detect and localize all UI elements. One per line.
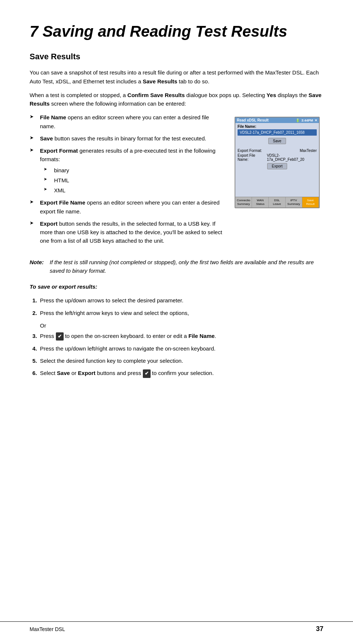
numbered-list-continued: 3. Press ✔ to open the on-screen keyboar…	[30, 332, 323, 378]
intro-para-2: When a test is completed or stopped, a C…	[30, 91, 323, 108]
sub-list-item: binary	[44, 166, 223, 175]
chapter-title: 7 Saving and Reading Test Results	[30, 22, 323, 41]
export-file-label: Export File Name:	[238, 153, 267, 162]
tab-wan-status[interactable]: WAN Status	[252, 197, 269, 207]
tab-iptv-summary[interactable]: IPTVSummary	[286, 197, 302, 207]
step-text: Press the up/down arrows to select the d…	[40, 296, 323, 305]
export-format-label: Export Format:	[238, 149, 262, 153]
device-title: Read xDSL Result	[237, 118, 269, 122]
checkmark-icon: ✔	[56, 332, 64, 341]
export-button[interactable]: Export	[267, 163, 288, 169]
footer-page-number: 37	[316, 625, 323, 633]
footer-line	[0, 621, 353, 622]
file-name-label: File Name:	[238, 125, 317, 129]
device-time: 3:44PM	[301, 119, 313, 122]
section-title: Save Results	[30, 52, 323, 62]
step-text: Select the desired function key to compl…	[40, 356, 323, 365]
sub-list-item: HTML	[44, 176, 223, 185]
list-item: File Name opens an editor screen where y…	[30, 113, 223, 130]
tab-connection-summary[interactable]: ConnectioSummary	[235, 197, 252, 207]
footer-product-name: MaxTester DSL	[30, 626, 65, 632]
list-item: Export File Name opens an editor screen …	[30, 198, 223, 216]
export-file-row: Export File Name: VDSL2-17a_DHCP_Feb07_2…	[238, 153, 317, 162]
step-text: Press the left/right arrow keys to view …	[40, 309, 323, 317]
step-5: 5. Select the desired function key to co…	[30, 356, 323, 365]
procedure-title: To save or export results:	[30, 282, 323, 291]
device-titlebar: Read xDSL Result 🔋 3:44PM ✕	[235, 117, 319, 123]
step-4: 4. Press the up/down left/right arrows t…	[30, 344, 323, 353]
export-file-value: VDSL2-17a_DHCP_Feb07_20	[267, 153, 317, 162]
sub-list: binary HTML XML	[44, 166, 223, 195]
tab-save-result[interactable]: Save Result	[302, 197, 319, 207]
page: 7 Saving and Reading Test Results Save R…	[0, 0, 353, 644]
export-format-value: MaxTester	[300, 149, 317, 153]
step-num: 2.	[30, 309, 37, 317]
device-body: File Name: VDSL2-17a_DHCP_Feb07_2011_165…	[235, 123, 319, 197]
numbered-list: 1. Press the up/down arrows to select th…	[30, 296, 323, 317]
list-item: Export button sends the results, in the …	[30, 219, 223, 245]
content-area: File Name opens an editor screen where y…	[30, 113, 323, 250]
screenshot-column: Read xDSL Result 🔋 3:44PM ✕ File Name: V…	[235, 113, 323, 250]
intro-para-1: You can save a snapshot of test results …	[30, 68, 323, 86]
page-footer: MaxTester DSL 37	[30, 625, 323, 633]
step-1: 1. Press the up/down arrows to select th…	[30, 296, 323, 305]
step-text: Press ✔ to open the on-screen keyboard. …	[40, 332, 323, 341]
save-button[interactable]: Save	[268, 138, 286, 144]
bullet-list: File Name opens an editor screen where y…	[30, 113, 223, 245]
step-2: 2. Press the left/right arrow keys to vi…	[30, 309, 323, 317]
step-num: 3.	[30, 332, 37, 341]
sub-list-item: XML	[44, 186, 223, 195]
text-column: File Name opens an editor screen where y…	[30, 113, 223, 250]
device-screenshot: Read xDSL Result 🔋 3:44PM ✕ File Name: V…	[235, 117, 320, 208]
list-item: Export Format generates results of a pre…	[30, 146, 223, 195]
file-name-value: VDSL2-17a_DHCP_Feb07_2011_1658	[238, 129, 317, 136]
note-block: Note: If the test is still running (not …	[30, 258, 323, 275]
step-text: Press the up/down left/right arrows to n…	[40, 344, 323, 353]
note-text: If the test is still running (not comple…	[50, 258, 323, 275]
device-battery-icon: 🔋	[296, 119, 300, 122]
export-format-row: Export Format: MaxTester	[238, 149, 317, 153]
note-label: Note:	[30, 258, 44, 275]
step-6: 6. Select Save or Export buttons and pre…	[30, 369, 323, 378]
device-titlebar-right: 🔋 3:44PM ✕	[296, 119, 317, 122]
device-spacer	[238, 173, 317, 195]
step-num: 4.	[30, 344, 37, 353]
or-line: Or	[40, 322, 323, 329]
step-3: 3. Press ✔ to open the on-screen keyboar…	[30, 332, 323, 341]
step-text: Select Save or Export buttons and press …	[40, 369, 323, 378]
tab-dsl-leave[interactable]: DSLLeave	[269, 197, 285, 207]
step-num: 5.	[30, 356, 37, 365]
list-item: Save button saves the results in binary …	[30, 134, 223, 143]
device-footer: ConnectioSummary WAN Status DSLLeave IPT…	[235, 197, 319, 207]
device-close-icon: ✕	[315, 119, 317, 122]
step-num: 6.	[30, 369, 37, 378]
step-num: 1.	[30, 296, 37, 305]
checkmark-icon-2: ✔	[143, 369, 151, 378]
